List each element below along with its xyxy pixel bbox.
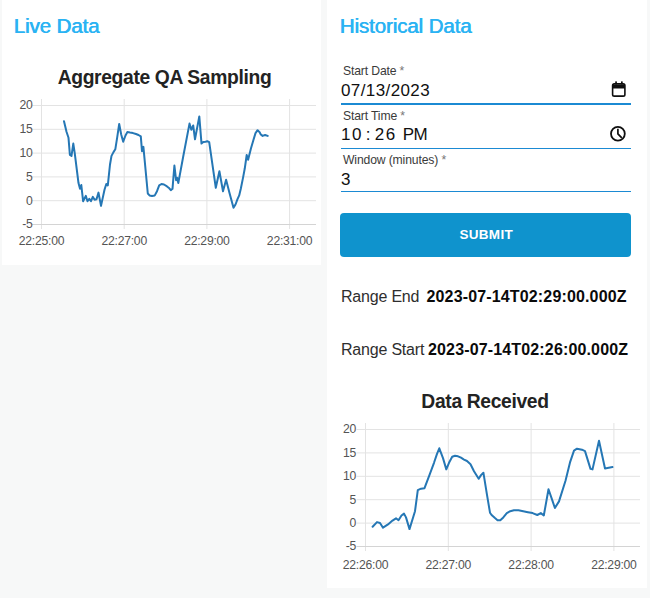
svg-text:0: 0: [349, 516, 356, 530]
svg-text:22:26:00: 22:26:00: [343, 558, 389, 572]
svg-text:5: 5: [26, 170, 33, 184]
svg-text:-5: -5: [22, 217, 33, 231]
svg-text:22:27:00: 22:27:00: [426, 558, 472, 572]
svg-text:22:29:00: 22:29:00: [591, 558, 637, 572]
svg-text:15: 15: [343, 446, 357, 460]
svg-text:22:31:00: 22:31:00: [267, 234, 313, 248]
svg-text:20: 20: [343, 422, 357, 436]
svg-text:22:29:00: 22:29:00: [184, 234, 230, 248]
svg-text:22:28:00: 22:28:00: [508, 558, 554, 572]
svg-text:15: 15: [19, 122, 33, 136]
svg-text:22:27:00: 22:27:00: [101, 234, 147, 248]
svg-text:20: 20: [19, 98, 33, 112]
svg-text:5: 5: [349, 493, 356, 507]
svg-text:22:25:00: 22:25:00: [19, 234, 65, 248]
svg-text:-5: -5: [346, 539, 357, 553]
svg-text:10: 10: [343, 469, 357, 483]
svg-text:0: 0: [26, 194, 33, 208]
svg-text:10: 10: [19, 146, 33, 160]
